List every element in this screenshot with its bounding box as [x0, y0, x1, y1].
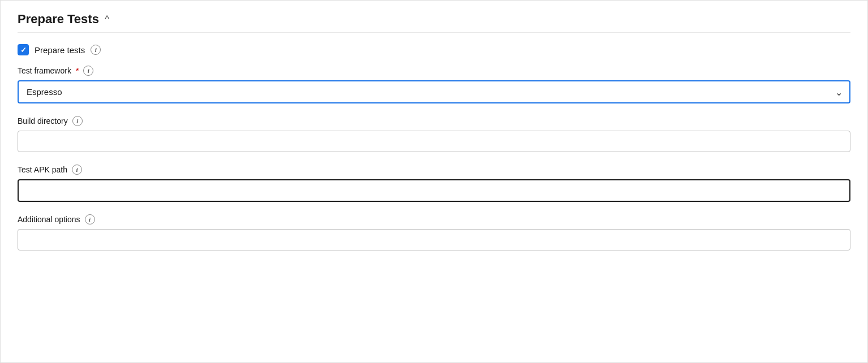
section-header: Prepare Tests ^ — [18, 12, 850, 33]
test-apk-path-label: Test APK path — [18, 165, 67, 174]
additional-options-label: Additional options — [18, 215, 80, 224]
prepare-tests-info-icon[interactable]: i — [91, 45, 101, 55]
additional-options-info-icon[interactable]: i — [85, 214, 95, 224]
build-directory-group: Build directory i — [18, 116, 850, 152]
additional-options-label-row: Additional options i — [18, 214, 850, 224]
additional-options-group: Additional options i — [18, 214, 850, 250]
test-framework-select-wrapper: Espresso XCTest JUnit pytest ⌄ — [18, 80, 850, 103]
collapse-chevron-icon[interactable]: ^ — [105, 14, 109, 25]
test-apk-path-info-icon[interactable]: i — [72, 165, 82, 175]
main-container: Prepare Tests ^ ✓ Prepare tests i Test f… — [0, 0, 868, 363]
build-directory-label-row: Build directory i — [18, 116, 850, 126]
build-directory-info-icon[interactable]: i — [72, 116, 83, 126]
test-apk-path-input[interactable] — [18, 179, 850, 202]
test-framework-label: Test framework — [18, 66, 71, 75]
prepare-tests-row: ✓ Prepare tests i — [18, 44, 850, 55]
test-framework-group: Test framework * i Espresso XCTest JUnit… — [18, 66, 850, 103]
additional-options-input[interactable] — [18, 229, 850, 250]
checkmark-icon: ✓ — [20, 46, 27, 54]
test-framework-select[interactable]: Espresso XCTest JUnit pytest — [18, 80, 850, 103]
test-apk-path-group: Test APK path i — [18, 165, 850, 202]
prepare-tests-checkbox[interactable]: ✓ — [18, 44, 29, 55]
page-title: Prepare Tests — [18, 12, 99, 27]
prepare-tests-label: Prepare tests — [35, 45, 85, 55]
test-framework-info-icon[interactable]: i — [83, 66, 93, 76]
build-directory-label: Build directory — [18, 116, 68, 126]
test-framework-label-row: Test framework * i — [18, 66, 850, 76]
required-indicator: * — [76, 66, 79, 75]
build-directory-input[interactable] — [18, 131, 850, 152]
test-apk-path-label-row: Test APK path i — [18, 165, 850, 175]
